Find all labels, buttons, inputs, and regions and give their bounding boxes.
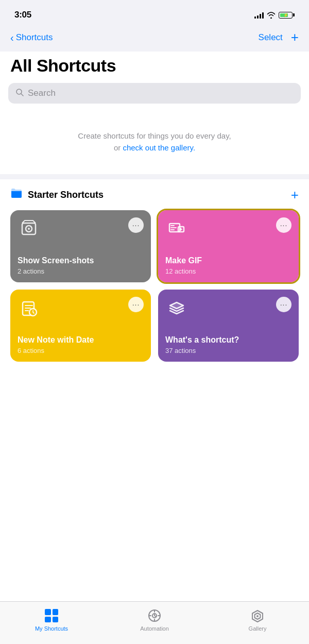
card-bottom: New Note with Date 6 actions <box>18 335 144 354</box>
back-button[interactable]: ‹ Shortcuts <box>10 32 53 43</box>
card-actions: 6 actions <box>18 347 144 354</box>
card-actions: 2 actions <box>18 267 144 275</box>
card-actions: 37 actions <box>165 347 291 354</box>
tab-bar: My Shortcuts Automation Gallery <box>0 601 309 644</box>
main-content: All Shortcuts Search Create shortcuts fo… <box>0 52 309 644</box>
nav-actions: Select + <box>259 31 299 44</box>
status-bar: 3:05 ⚡ <box>0 0 309 26</box>
card-more-button[interactable]: ··· <box>276 297 291 312</box>
select-button[interactable]: Select <box>259 32 283 43</box>
gallery-icon <box>250 608 265 623</box>
note-icon <box>18 297 40 319</box>
card-bottom: What's a shortcut? 37 actions <box>165 335 291 354</box>
card-name: New Note with Date <box>18 335 144 345</box>
card-more-button[interactable]: ··· <box>128 217 144 233</box>
automation-icon <box>147 608 162 623</box>
chevron-left-icon: ‹ <box>10 32 14 43</box>
tab-gallery-label: Gallery <box>249 625 267 632</box>
starter-add-button[interactable]: + <box>291 188 299 201</box>
folder-icon <box>10 188 23 202</box>
card-name: Make GIF <box>165 256 291 266</box>
page-title-area: All Shortcuts <box>0 52 309 83</box>
more-dots-icon: ··· <box>280 301 288 308</box>
shortcut-card-show-screenshots[interactable]: ··· Show Screen-shots 2 actions <box>10 210 151 282</box>
card-top-row: ··· <box>165 217 291 240</box>
tab-bar-spacer <box>0 372 309 415</box>
starter-section: Starter Shortcuts + <box>0 179 309 372</box>
screenshot-icon <box>18 217 40 240</box>
more-dots-icon: ··· <box>280 222 288 229</box>
search-area: Search <box>0 83 309 110</box>
empty-state-text: Create shortcuts for things you do every… <box>15 130 294 154</box>
add-button[interactable]: + <box>291 30 299 44</box>
page-title: All Shortcuts <box>10 56 299 76</box>
tab-automation[interactable]: Automation <box>103 608 206 632</box>
svg-point-4 <box>28 228 30 230</box>
tab-my-shortcuts-label: My Shortcuts <box>35 625 68 632</box>
search-icon <box>15 88 24 98</box>
battery-icon: ⚡ <box>279 12 295 19</box>
status-icons: ⚡ <box>254 12 295 19</box>
card-top-row: ··· <box>18 297 144 319</box>
shortcut-grid: ··· Show Screen-shots 2 actions <box>10 210 299 362</box>
signal-icon <box>254 12 264 19</box>
starter-header-left: Starter Shortcuts <box>10 188 104 202</box>
more-dots-icon: ··· <box>132 301 140 308</box>
card-top-row: ··· <box>18 217 144 240</box>
gallery-link-prefix: or <box>114 143 123 152</box>
section-divider <box>0 174 309 179</box>
card-bottom: Show Screen-shots 2 actions <box>18 256 144 275</box>
shortcut-card-whats-shortcut[interactable]: ··· What's a shortcut? 37 actions <box>158 290 299 362</box>
empty-state: Create shortcuts for things you do every… <box>0 110 309 174</box>
search-bar[interactable]: Search <box>8 83 301 104</box>
starter-header: Starter Shortcuts + <box>10 188 299 202</box>
starter-title: Starter Shortcuts <box>28 190 104 200</box>
my-shortcuts-icon <box>44 608 59 623</box>
tab-automation-label: Automation <box>140 625 169 632</box>
card-top-row: ··· <box>165 297 291 319</box>
svg-line-1 <box>21 94 23 96</box>
card-name: What's a shortcut? <box>165 335 291 345</box>
shortcut-card-make-gif[interactable]: ··· Make GIF 12 actions <box>158 210 299 282</box>
wifi-icon <box>267 12 276 19</box>
shortcut-card-new-note[interactable]: ··· New Note with Date 6 actions <box>10 290 151 362</box>
tab-gallery[interactable]: Gallery <box>206 608 309 632</box>
gif-icon <box>165 217 188 240</box>
nav-bar: ‹ Shortcuts Select + <box>0 26 309 52</box>
card-actions: 12 actions <box>165 267 291 275</box>
back-label: Shortcuts <box>16 32 53 43</box>
card-more-button[interactable]: ··· <box>276 217 291 233</box>
more-dots-icon: ··· <box>132 222 140 229</box>
svg-point-15 <box>256 615 259 617</box>
layers-icon <box>165 297 188 319</box>
card-bottom: Make GIF 12 actions <box>165 256 291 275</box>
card-name: Show Screen-shots <box>18 256 144 266</box>
card-more-button[interactable]: ··· <box>128 297 144 312</box>
tab-my-shortcuts[interactable]: My Shortcuts <box>0 608 103 632</box>
status-time: 3:05 <box>14 10 31 20</box>
search-placeholder: Search <box>28 88 56 98</box>
gallery-link[interactable]: check out the gallery. <box>123 143 195 152</box>
